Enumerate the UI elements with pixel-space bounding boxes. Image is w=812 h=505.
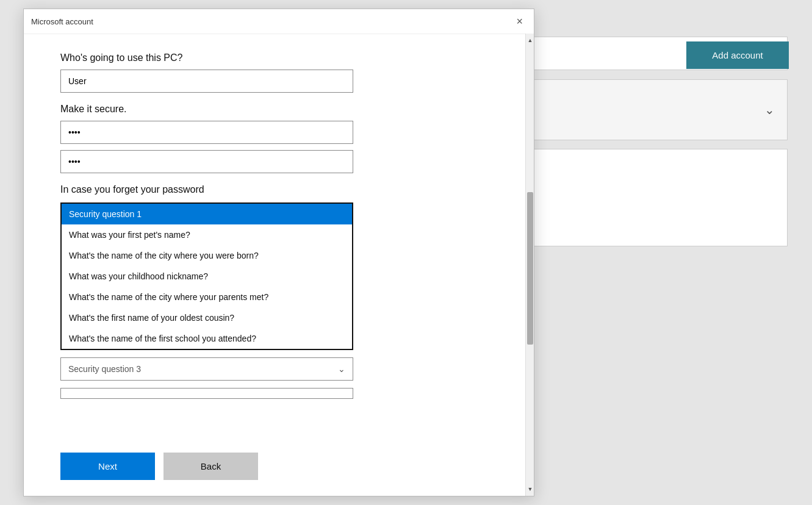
chevron-down-icon: ⌄ bbox=[764, 102, 775, 117]
dialog-titlebar: Microsoft account × bbox=[24, 9, 534, 34]
security-section: In case you forget your password Securit… bbox=[60, 184, 485, 399]
option-5[interactable]: What's the first name of your oldest cou… bbox=[62, 307, 352, 328]
scroll-down-arrow[interactable]: ▼ bbox=[526, 482, 534, 496]
security-q1-selected[interactable]: Security question 1 bbox=[62, 204, 352, 224]
username-input[interactable] bbox=[60, 70, 353, 93]
chevron-down-icon: ⌄ bbox=[338, 364, 345, 374]
make-secure-label: Make it secure. bbox=[60, 104, 485, 115]
security-q3-label: Security question 3 bbox=[68, 364, 141, 374]
dialog-content: Who's going to use this PC? Make it secu… bbox=[24, 34, 534, 462]
dialog-title: Microsoft account bbox=[31, 17, 93, 26]
bg-bottom-bar bbox=[522, 149, 788, 246]
password-section: Make it secure. bbox=[60, 104, 485, 173]
security-q3-dropdown[interactable]: Security question 3 ⌄ bbox=[60, 357, 353, 381]
option-2[interactable]: What's the name of the city where you we… bbox=[62, 245, 352, 266]
option-4[interactable]: What's the name of the city where your p… bbox=[62, 287, 352, 307]
close-button[interactable]: × bbox=[512, 15, 526, 28]
add-account-button[interactable]: Add account bbox=[686, 41, 789, 69]
dialog: Microsoft account × ▲ ▼ Who's going to u… bbox=[23, 9, 534, 496]
security-q1-dropdown[interactable]: Security question 1 What was your first … bbox=[60, 202, 353, 350]
password-input[interactable] bbox=[60, 121, 353, 144]
dialog-scrollbar[interactable]: ▲ ▼ bbox=[525, 34, 534, 496]
option-3[interactable]: What was your childhood nickname? bbox=[62, 266, 352, 287]
forget-label: In case you forget your password bbox=[60, 184, 485, 195]
bg-middle-bar: ⌄ bbox=[522, 79, 788, 140]
who-label: Who's going to use this PC? bbox=[60, 52, 485, 63]
scrollbar-thumb[interactable] bbox=[527, 192, 533, 345]
partial-answer-input bbox=[60, 388, 353, 399]
confirm-password-input[interactable] bbox=[60, 150, 353, 173]
security-q1-options: What was your first pet's name? What's t… bbox=[62, 224, 352, 349]
back-button[interactable]: Back bbox=[163, 453, 258, 480]
username-section: Who's going to use this PC? bbox=[60, 52, 485, 93]
option-6[interactable]: What's the name of the first school you … bbox=[62, 328, 352, 349]
scroll-up-arrow[interactable]: ▲ bbox=[526, 34, 534, 47]
dialog-footer: Next Back bbox=[60, 453, 258, 480]
option-1[interactable]: What was your first pet's name? bbox=[62, 224, 352, 245]
next-button[interactable]: Next bbox=[60, 453, 155, 480]
